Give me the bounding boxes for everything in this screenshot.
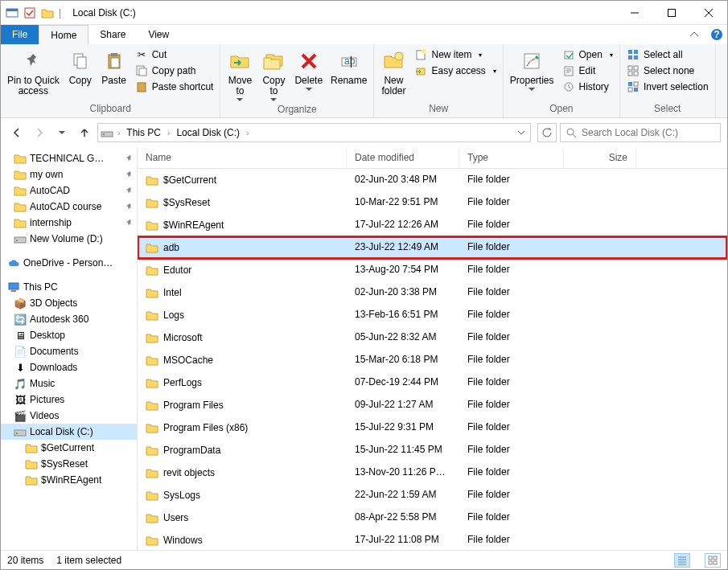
item-icon: [14, 425, 27, 438]
copy-to-button[interactable]: Copy to: [257, 46, 290, 104]
tree-item[interactable]: 🖼Pictures: [1, 392, 137, 408]
table-row[interactable]: SysLogs 22-Jun-22 1:59 AM File folder: [138, 484, 727, 506]
breadcrumb-local-disk[interactable]: Local Disk (C:): [173, 124, 243, 141]
chevron-right-icon[interactable]: ›: [116, 129, 121, 137]
details-view-button[interactable]: [674, 553, 690, 568]
table-row[interactable]: $SysReset 10-Mar-22 9:51 PM File folder: [138, 191, 727, 214]
column-headers[interactable]: Name Date modified Type Size: [138, 147, 727, 169]
history-button[interactable]: History: [559, 80, 616, 94]
close-button[interactable]: [690, 1, 727, 25]
table-row[interactable]: $WinREAgent 17-Jul-22 12:26 AM File fold…: [138, 214, 727, 236]
table-row[interactable]: Microsoft 05-Jun-22 8:32 AM File folder: [138, 326, 727, 349]
tree-item[interactable]: my own: [1, 166, 137, 182]
select-all-button[interactable]: Select all: [623, 47, 712, 62]
breadcrumb-this-pc[interactable]: This PC: [123, 124, 164, 141]
file-date: 13-Aug-20 7:54 PM: [347, 259, 459, 281]
back-button[interactable]: [7, 123, 27, 142]
invert-selection-button[interactable]: Invert selection: [623, 80, 712, 94]
tree-item[interactable]: New Volume (D:): [1, 231, 137, 247]
chevron-down-icon: [306, 88, 312, 91]
tree-item[interactable]: TECHNICAL G…: [1, 150, 137, 166]
tree-item[interactable]: 🎬Videos: [1, 408, 137, 424]
maximize-button[interactable]: [653, 1, 690, 25]
open-button[interactable]: Open▾: [559, 47, 616, 62]
tree-item[interactable]: 🔄Autodesk 360: [1, 311, 137, 327]
move-to-button[interactable]: Move to: [224, 46, 256, 104]
edit-button[interactable]: Edit: [559, 64, 616, 78]
col-date[interactable]: Date modified: [347, 147, 459, 168]
new-folder-button[interactable]: New folder: [377, 46, 409, 99]
copy-path-button[interactable]: Copy path: [132, 64, 217, 78]
col-type[interactable]: Type: [459, 147, 564, 168]
svg-rect-9: [111, 53, 117, 56]
tree-item-this-pc[interactable]: This PC: [1, 279, 137, 295]
new-item-icon: [414, 48, 427, 61]
tree-item[interactable]: 🎵Music: [1, 375, 137, 392]
svg-rect-48: [709, 561, 712, 564]
collapse-ribbon-button[interactable]: [682, 25, 706, 44]
tree-item[interactable]: $SysReset: [1, 456, 137, 472]
pin-to-quick-access-button[interactable]: Pin to Quick access: [4, 46, 63, 99]
table-row[interactable]: Program Files (x86) 15-Jul-22 9:31 PM Fi…: [138, 416, 727, 439]
tree-item[interactable]: 📄Documents: [1, 343, 137, 359]
tree-item[interactable]: AutoCAD course: [1, 199, 137, 215]
tab-home[interactable]: Home: [39, 25, 88, 44]
search-box[interactable]: [560, 123, 721, 142]
new-item-button[interactable]: New item▾: [411, 47, 499, 62]
tab-file[interactable]: File: [1, 25, 39, 44]
table-row[interactable]: revit objects 13-Nov-20 11:26 P… File fo…: [138, 461, 727, 484]
tree-item[interactable]: internship: [1, 215, 137, 231]
tree-item[interactable]: 📦3D Objects: [1, 295, 137, 311]
tab-view[interactable]: View: [137, 25, 180, 44]
open-icon: [562, 48, 575, 61]
qat-folder-icon[interactable]: [41, 6, 54, 19]
table-row[interactable]: PerfLogs 07-Dec-19 2:44 PM File folder: [138, 371, 727, 394]
minimize-button[interactable]: [616, 1, 653, 25]
address-bar[interactable]: › This PC › Local Disk (C:) ›: [97, 123, 531, 142]
forward-button[interactable]: [30, 123, 49, 142]
cut-button[interactable]: ✂Cut: [132, 47, 217, 62]
table-row[interactable]: Program Files 09-Jul-22 1:27 AM File fol…: [138, 394, 727, 416]
recent-locations-button[interactable]: [52, 123, 72, 142]
table-row[interactable]: Windows 17-Jul-22 11:08 PM File folder: [138, 529, 727, 550]
col-name[interactable]: Name: [138, 147, 347, 168]
tree-item[interactable]: 🖥Desktop: [1, 327, 137, 343]
delete-button[interactable]: Delete: [291, 46, 326, 93]
tree-item[interactable]: AutoCAD: [1, 182, 137, 199]
file-type: File folder: [459, 371, 564, 394]
tree-item[interactable]: ⬇Downloads: [1, 359, 137, 375]
paste-button[interactable]: Paste: [98, 46, 130, 88]
table-row[interactable]: Edutor 13-Aug-20 7:54 PM File folder: [138, 259, 727, 281]
thumbnails-view-button[interactable]: [705, 553, 721, 568]
up-button[interactable]: [75, 123, 94, 142]
table-row[interactable]: $GetCurrent 02-Jun-20 3:48 PM File folde…: [138, 169, 727, 191]
svg-rect-25: [628, 50, 632, 54]
tab-share[interactable]: Share: [88, 25, 137, 44]
table-row[interactable]: adb 23-Jul-22 12:49 AM File folder: [138, 236, 727, 259]
table-row[interactable]: Intel 02-Jun-20 3:38 PM File folder: [138, 281, 727, 304]
rename-button[interactable]: ab Rename: [327, 46, 370, 88]
refresh-button[interactable]: [537, 123, 557, 142]
tree-item-onedrive[interactable]: OneDrive - Person…: [1, 255, 137, 271]
table-row[interactable]: Logs 13-Feb-16 6:51 PM File folder: [138, 304, 727, 326]
qat-checkbox-icon[interactable]: [23, 6, 36, 19]
search-input[interactable]: [582, 127, 715, 138]
properties-button[interactable]: Properties: [507, 46, 557, 93]
col-size[interactable]: Size: [564, 147, 636, 168]
tree-item[interactable]: $GetCurrent: [1, 440, 137, 456]
chevron-right-icon[interactable]: ›: [166, 129, 171, 137]
nav-tree[interactable]: TECHNICAL G…my ownAutoCADAutoCAD coursei…: [1, 147, 138, 550]
copy-button[interactable]: Copy: [64, 46, 97, 88]
select-none-button[interactable]: Select none: [623, 64, 712, 78]
tree-item[interactable]: $WinREAgent: [1, 472, 137, 488]
paste-shortcut-button[interactable]: Paste shortcut: [132, 80, 217, 94]
table-row[interactable]: Users 08-Apr-22 5:58 PM File folder: [138, 506, 727, 529]
help-button[interactable]: ?: [706, 25, 727, 44]
chevron-right-icon[interactable]: ›: [245, 129, 250, 137]
tree-item[interactable]: Local Disk (C:): [1, 424, 137, 440]
table-row[interactable]: ProgramData 15-Jun-22 11:45 PM File fold…: [138, 439, 727, 461]
chevron-down-icon[interactable]: [514, 125, 529, 140]
svg-rect-34: [634, 82, 638, 86]
table-row[interactable]: MSOCache 15-Mar-20 6:18 PM File folder: [138, 349, 727, 371]
easy-access-button[interactable]: Easy access▾: [411, 64, 499, 78]
